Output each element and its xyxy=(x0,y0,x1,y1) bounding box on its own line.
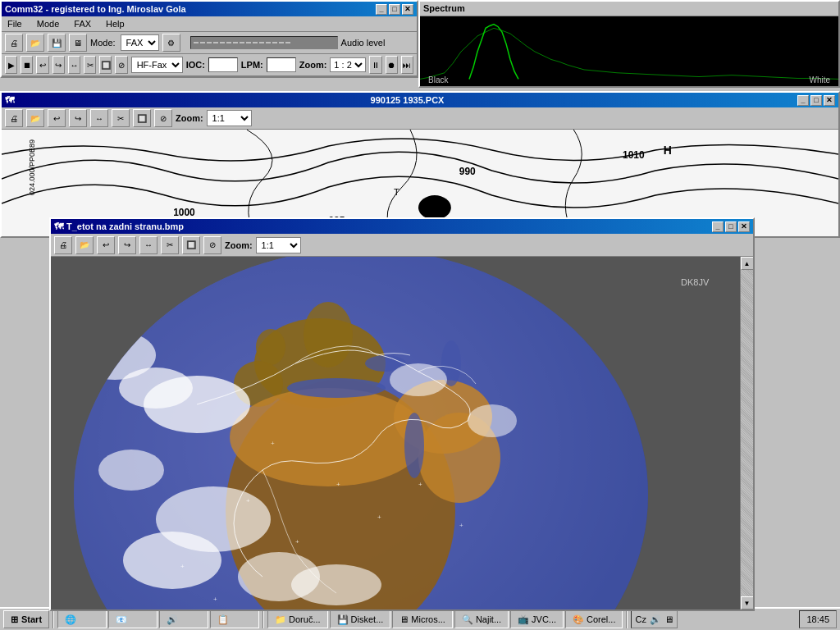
taskbar-ie-icon[interactable]: 🌐 xyxy=(57,610,107,628)
taskbar-micros[interactable]: 🖥 Micros... xyxy=(392,610,453,628)
zoom-label-fax: Zoom: xyxy=(299,60,327,70)
taskbar-icon-4-img: 📋 xyxy=(217,614,229,625)
start-button[interactable]: ⊞ Start xyxy=(3,610,49,628)
pcx-maximize[interactable]: □ xyxy=(810,95,822,106)
sat-btn-8[interactable]: ⊘ xyxy=(203,236,221,254)
lpm-input[interactable]: 120 xyxy=(267,57,296,72)
audio-dots xyxy=(191,37,337,48)
pcx-minimize[interactable]: _ xyxy=(797,95,809,106)
svg-point-16 xyxy=(256,329,285,365)
pcx-btn-7[interactable]: 🔲 xyxy=(133,109,151,127)
scroll-track[interactable] xyxy=(741,270,754,596)
toolbar-btn-2[interactable]: 📂 xyxy=(26,34,44,52)
sat-btn-5[interactable]: ↔ xyxy=(139,236,158,254)
fax-btn-4[interactable]: ↪ xyxy=(52,56,65,74)
pcx-zoom-select[interactable]: 1:1 1:2 2:1 xyxy=(207,110,252,126)
sat-btn-3[interactable]: ↩ xyxy=(97,236,115,254)
fax-btn-6[interactable]: ✂ xyxy=(84,56,96,74)
svg-text:+: + xyxy=(246,497,250,504)
ioc-input[interactable]: 576 xyxy=(208,57,238,72)
pcx-btn-2[interactable]: 📂 xyxy=(26,109,44,127)
fax-btn-8[interactable]: ⊘ xyxy=(115,56,127,74)
jvc-label: JVC... xyxy=(532,614,556,624)
taskbar-icon-4[interactable]: 📋 xyxy=(210,610,259,628)
pcx-title-bar: 🗺 990125 1935.PCX _ □ ✕ xyxy=(2,93,838,107)
micros-label: Micros... xyxy=(411,614,445,624)
svg-text:024.000/PP0E89: 024.000/PP0E89 xyxy=(28,139,36,195)
fax-btn-1[interactable]: ▶ xyxy=(5,56,17,74)
sat-zoom-select[interactable]: 1:1 1:2 2:1 xyxy=(256,237,301,253)
main-toolbar: 🖨 📂 💾 🖥 Mode: FAX ⚙ Audio level xyxy=(2,32,417,54)
toolbar-btn-3[interactable]: 💾 xyxy=(48,34,66,52)
pcx-window: 🗺 990125 1935.PCX _ □ ✕ 🖨 📂 ↩ ↪ ↔ ✂ 🔲 ⊘ … xyxy=(0,91,840,238)
minimize-button[interactable]: _ xyxy=(376,4,387,15)
ie-icon: 🌐 xyxy=(65,614,76,625)
taskbar-separator-1 xyxy=(52,610,54,628)
sat-minimize[interactable]: _ xyxy=(712,221,724,232)
scroll-down-btn[interactable]: ▼ xyxy=(741,596,754,609)
svg-text:1000: 1000 xyxy=(173,207,195,218)
taskbar-jvc[interactable]: 📺 JVC... xyxy=(510,610,564,628)
pcx-close[interactable]: ✕ xyxy=(824,95,835,106)
scroll-up-btn[interactable]: ▲ xyxy=(741,257,754,270)
jvc-icon: 📺 xyxy=(518,614,529,625)
sat-close[interactable]: ✕ xyxy=(738,221,750,232)
fax-play-btn[interactable]: ⏭ xyxy=(401,56,413,74)
taskbar-icon-3-img: 🔊 xyxy=(167,614,178,625)
fax-btn-2[interactable]: ⏹ xyxy=(21,56,33,74)
fax-rec-btn[interactable]: ⏺ xyxy=(386,56,398,74)
pcx-window-controls: _ □ ✕ xyxy=(797,95,835,106)
pcx-btn-8[interactable]: ⊘ xyxy=(154,109,172,127)
sat-window-controls: _ □ ✕ xyxy=(712,221,750,232)
sat-watermark: DK8JV xyxy=(681,277,710,287)
fax-type-select[interactable]: HF-Fax xyxy=(131,57,183,73)
pcx-btn-1[interactable]: 🖨 xyxy=(5,109,23,127)
svg-text:T: T xyxy=(394,187,399,197)
svg-text:+: + xyxy=(418,481,422,488)
close-button[interactable]: ✕ xyxy=(402,4,413,15)
sat-toolbar: 🖨 📂 ↩ ↪ ↔ ✂ 🔲 ⊘ Zoom: 1:1 1:2 2:1 xyxy=(51,234,753,257)
fax-btn-3[interactable]: ↩ xyxy=(36,56,48,74)
config-btn[interactable]: ⚙ xyxy=(162,34,180,52)
main-title-text: Comm32 - registered to Ing. Miroslav Gol… xyxy=(5,4,186,14)
toolbar-btn-1[interactable]: 🖨 xyxy=(5,34,23,52)
taskbar-separator-2 xyxy=(262,610,264,628)
menu-mode[interactable]: Mode xyxy=(34,18,62,30)
sat-btn-7[interactable]: 🔲 xyxy=(182,236,200,254)
fax-stop-btn[interactable]: ⏸ xyxy=(369,56,381,74)
taskbar-corel[interactable]: 🎨 Corel... xyxy=(565,610,623,628)
start-label: Start xyxy=(21,614,42,624)
taskbar-najit[interactable]: 🔍 Najit... xyxy=(454,610,509,628)
pcx-btn-3[interactable]: ↩ xyxy=(48,109,66,127)
sat-btn-4[interactable]: ↪ xyxy=(118,236,136,254)
sat-btn-1[interactable]: 🖨 xyxy=(54,236,72,254)
svg-text:+: + xyxy=(336,481,340,488)
pcx-btn-5[interactable]: ↔ xyxy=(90,109,108,127)
sat-btn-2[interactable]: 📂 xyxy=(75,236,94,254)
svg-text:1010: 1010 xyxy=(623,149,645,161)
zoom-select-fax[interactable]: 1 : 2 1 : 1 2 : 1 xyxy=(330,57,366,72)
maximize-button[interactable]: □ xyxy=(389,4,400,15)
fax-btn-5[interactable]: ↔ xyxy=(68,56,80,74)
menu-file[interactable]: File xyxy=(5,18,25,30)
spectrum-labels: Black White xyxy=(420,75,838,84)
fax-btn-7[interactable]: 🔲 xyxy=(99,56,112,74)
pcx-btn-6[interactable]: ✂ xyxy=(112,109,130,127)
pcx-toolbar: 🖨 📂 ↩ ↪ ↔ ✂ 🔲 ⊘ Zoom: 1:1 1:2 2:1 xyxy=(2,107,838,130)
systray-sound-icon: 🔊 xyxy=(650,614,661,625)
pcx-btn-4[interactable]: ↪ xyxy=(69,109,87,127)
taskbar-icon-2[interactable]: 📧 xyxy=(108,610,158,628)
taskbar-icon-3[interactable]: 🔊 xyxy=(159,610,208,628)
taskbar-disket[interactable]: 💾 Disket... xyxy=(330,610,391,628)
taskbar-doruc[interactable]: 📁 Doruč... xyxy=(267,610,328,628)
svg-point-8 xyxy=(418,195,451,220)
sat-window: 🗺 T_etot na zadni stranu.bmp _ □ ✕ 🖨 📂 ↩… xyxy=(49,217,755,611)
mode-select[interactable]: FAX xyxy=(121,34,159,51)
menu-fax[interactable]: FAX xyxy=(71,18,94,30)
svg-point-19 xyxy=(230,388,427,486)
sat-maximize[interactable]: □ xyxy=(725,221,737,232)
menu-help[interactable]: Help xyxy=(103,18,127,30)
mode-label: Mode: xyxy=(90,38,116,48)
toolbar-btn-4[interactable]: 🖥 xyxy=(69,34,87,52)
sat-btn-6[interactable]: ✂ xyxy=(161,236,179,254)
